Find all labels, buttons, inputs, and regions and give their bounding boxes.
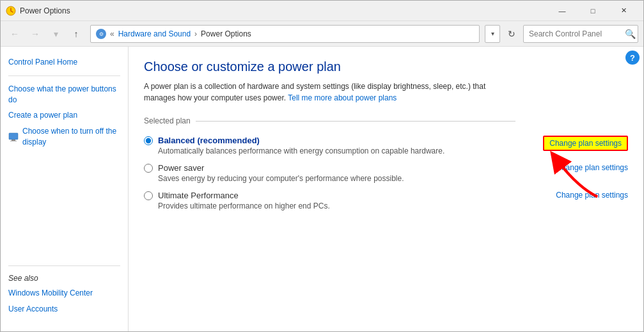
page-title: Choose or customize a power plan <box>144 59 628 74</box>
addressbar: ← → ▾ ↑ ⚙ « Hardware and Sound › Power O… <box>1 21 643 47</box>
content-area: ? Choose or customize a power plan A pow… <box>129 47 643 331</box>
plan-name-row-powersaver: Power saver <box>144 163 404 173</box>
plan-left-balanced: Balanced (recommended) Automatically bal… <box>144 136 444 155</box>
svg-rect-3 <box>9 133 18 139</box>
search-icon[interactable]: 🔍 <box>625 29 636 39</box>
titlebar: Power Options — □ ✕ <box>1 1 643 21</box>
sidebar-item-mobility[interactable]: Windows Mobility Center <box>1 285 128 301</box>
plan-desc-balanced: Automatically balances performance with … <box>158 146 444 155</box>
sidebar-item-create-plan[interactable]: Create a power plan <box>1 107 128 123</box>
sidebar-item-home[interactable]: Control Panel Home <box>1 54 128 70</box>
plan-group: Balanced (recommended) Automatically bal… <box>144 132 628 214</box>
sidebar-item-user-accounts[interactable]: User Accounts <box>1 301 128 317</box>
sidebar-divider <box>8 75 120 76</box>
refresh-button[interactable]: ↻ <box>503 25 521 43</box>
window-icon <box>6 6 16 16</box>
plan-row-powersaver: Power saver Saves energy by reducing you… <box>144 159 628 187</box>
change-plan-link-balanced[interactable]: Change plan settings <box>543 136 628 151</box>
plan-left-powersaver: Power saver Saves energy by reducing you… <box>144 163 404 183</box>
sidebar: Control Panel Home Choose what the power… <box>1 47 129 331</box>
search-input[interactable] <box>523 25 638 43</box>
svg-text:⚙: ⚙ <box>99 31 104 37</box>
maximize-button[interactable]: □ <box>578 1 608 21</box>
monitor-icon <box>8 132 19 142</box>
sidebar-bottom-divider <box>8 265 120 266</box>
up-button[interactable]: ↑ <box>67 25 85 43</box>
breadcrumb-bar: ⚙ « Hardware and Sound › Power Options <box>90 25 480 43</box>
plan-name-ultimate: Ultimate Performance <box>158 191 239 200</box>
sidebar-item-turn-off-display[interactable]: Choose when to turn off the display <box>1 123 128 150</box>
page-description: A power plan is a collection of hardware… <box>144 81 515 104</box>
up-list-button[interactable]: ▾ <box>47 25 65 43</box>
plan-desc-powersaver: Saves energy by reducing your computer's… <box>158 174 404 183</box>
change-plan-link-ultimate[interactable]: Change plan settings <box>556 191 628 200</box>
breadcrumb-arrow: › <box>194 29 197 38</box>
learn-more-link[interactable]: Tell me more about power plans <box>288 93 397 102</box>
plan-name-row-ultimate: Ultimate Performance <box>144 191 330 200</box>
plan-name-balanced: Balanced (recommended) <box>158 136 260 145</box>
selected-plan-label: Selected plan <box>144 116 628 125</box>
plan-row-ultimate: Ultimate Performance Provides ultimate p… <box>144 187 628 214</box>
back-button[interactable]: ← <box>6 25 24 43</box>
window: Power Options — □ ✕ ← → ▾ ↑ ⚙ « Hardware… <box>0 0 644 332</box>
help-button[interactable]: ? <box>625 51 640 65</box>
close-button[interactable]: ✕ <box>609 1 638 21</box>
plan-radio-balanced[interactable] <box>144 136 153 145</box>
breadcrumb-dropdown[interactable]: ▾ <box>485 25 500 43</box>
change-plan-link-powersaver[interactable]: Change plan settings <box>556 163 628 172</box>
svg-rect-5 <box>10 141 17 141</box>
plan-desc-ultimate: Provides ultimate performance on higher … <box>158 202 330 210</box>
forward-button[interactable]: → <box>26 25 44 43</box>
breadcrumb-icon: ⚙ <box>96 29 106 39</box>
breadcrumb-sep1: « <box>110 29 114 38</box>
plan-radio-powersaver[interactable] <box>144 164 153 173</box>
minimize-button[interactable]: — <box>547 1 577 21</box>
breadcrumb-current: Power Options <box>201 29 251 38</box>
plan-name-row-balanced: Balanced (recommended) <box>144 136 444 145</box>
plan-row-balanced: Balanced (recommended) Automatically bal… <box>144 132 628 159</box>
see-also-label: See also <box>1 271 128 285</box>
window-title: Power Options <box>20 6 547 15</box>
sidebar-item-power-buttons[interactable]: Choose what the power buttons do <box>1 81 128 108</box>
svg-rect-4 <box>12 139 15 141</box>
main-content: Control Panel Home Choose what the power… <box>1 47 643 331</box>
search-wrapper: 🔍 <box>523 25 638 43</box>
breadcrumb-hardware[interactable]: Hardware and Sound <box>118 29 191 38</box>
plan-name-powersaver: Power saver <box>158 163 204 173</box>
titlebar-controls: — □ ✕ <box>547 1 638 21</box>
plan-radio-ultimate[interactable] <box>144 191 153 200</box>
plan-left-ultimate: Ultimate Performance Provides ultimate p… <box>144 191 330 210</box>
